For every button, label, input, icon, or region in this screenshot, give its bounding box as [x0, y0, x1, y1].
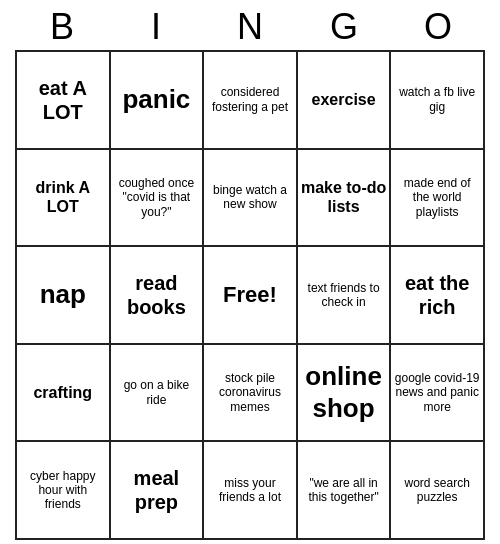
cell-14: eat the rich	[391, 247, 485, 345]
cell-24: word search puzzles	[391, 442, 485, 540]
cell-13: text friends to check in	[298, 247, 392, 345]
cell-2: considered fostering a pet	[204, 52, 298, 150]
cell-0: eat A LOT	[17, 52, 111, 150]
cell-10: nap	[17, 247, 111, 345]
bingo-grid: eat A LOT panic considered fostering a p…	[15, 50, 485, 540]
cell-3: exercise	[298, 52, 392, 150]
cell-7: binge watch a new show	[204, 150, 298, 248]
header-letter-n: N	[206, 6, 294, 48]
header-letter-o: O	[394, 6, 482, 48]
cell-17: stock pile coronavirus memes	[204, 345, 298, 443]
cell-9: made end of the world playlists	[391, 150, 485, 248]
cell-11: read books	[111, 247, 205, 345]
header-letter-g: G	[300, 6, 388, 48]
cell-1: panic	[111, 52, 205, 150]
header-letter-b: B	[18, 6, 106, 48]
cell-8: make to-do lists	[298, 150, 392, 248]
cell-16: go on a bike ride	[111, 345, 205, 443]
cell-18: online shop	[298, 345, 392, 443]
cell-5: drink A LOT	[17, 150, 111, 248]
cell-4: watch a fb live gig	[391, 52, 485, 150]
cell-23: "we are all in this together"	[298, 442, 392, 540]
cell-15: crafting	[17, 345, 111, 443]
cell-22: miss your friends a lot	[204, 442, 298, 540]
header-letter-i: I	[112, 6, 200, 48]
cell-12-free: Free!	[204, 247, 298, 345]
cell-20: cyber happy hour with friends	[17, 442, 111, 540]
bingo-header: B I N G O	[15, 0, 485, 50]
cell-21: meal prep	[111, 442, 205, 540]
cell-19: google covid-19 news and panic more	[391, 345, 485, 443]
cell-6: coughed once "covid is that you?"	[111, 150, 205, 248]
